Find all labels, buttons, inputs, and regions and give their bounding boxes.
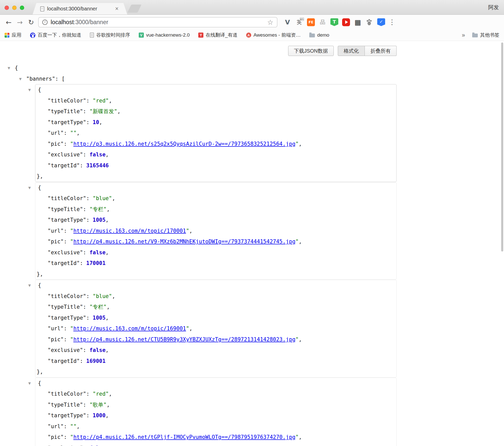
back-button[interactable]: [3, 17, 14, 28]
bookmark-baidu[interactable]: 百度一下，你就知道: [30, 32, 81, 38]
tampermonkey-extension-icon[interactable]: [330, 18, 338, 26]
json-token: :: [86, 119, 93, 125]
json-token: ,: [77, 423, 80, 429]
zoom-window-button[interactable]: [20, 6, 24, 10]
json-token: :: [83, 249, 89, 256]
youtube-extension-icon[interactable]: [342, 18, 350, 26]
bookmark-star-icon[interactable]: [267, 18, 273, 26]
json-token: ,: [106, 249, 109, 256]
banner-object: {"titleColor": "red","typeTitle": "新碟首发"…: [35, 84, 397, 182]
json-token: ": [296, 434, 299, 440]
json-line: "pic": "http://p4.music.126.net/CTU5B9R9…: [35, 334, 396, 345]
bookmark-demo[interactable]: demo: [309, 32, 329, 38]
vimium-extension-icon[interactable]: [284, 18, 291, 26]
json-link[interactable]: http://music.163.com/m/topic/170001: [73, 228, 186, 234]
paw-extension-icon[interactable]: [366, 18, 373, 26]
fe-helper-extension-icon[interactable]: [307, 18, 315, 26]
bookmark-awesomes[interactable]: Awesomes - 前端资…: [246, 32, 301, 38]
collapse-arrow-icon[interactable]: [8, 63, 10, 74]
json-token: false: [89, 249, 105, 256]
json-token: :: [64, 434, 70, 440]
minimize-window-button[interactable]: [12, 6, 17, 10]
translate-extension-icon[interactable]: [295, 18, 303, 26]
json-token: :: [64, 141, 70, 147]
security-extension-icon[interactable]: [377, 18, 385, 26]
collapse-arrow-icon[interactable]: [28, 183, 31, 194]
json-token: "exclusive": [48, 347, 83, 353]
json-token: "": [70, 423, 77, 429]
json-token: "targetId": [48, 358, 80, 364]
json-token: ,: [299, 336, 302, 343]
download-json-button[interactable]: 下载JSON数据: [288, 46, 334, 56]
json-token: ": [70, 239, 74, 245]
profile-name[interactable]: 阿发: [488, 4, 499, 11]
browser-tab[interactable]: localhost:3000/banner: [33, 3, 127, 14]
json-token: 3165446: [86, 162, 109, 169]
bookmark-google-sort[interactable]: 谷歌按时间排序: [90, 32, 130, 38]
json-link[interactable]: http://p4.music.126.net/CTU5B9R9y3XyYBZX…: [73, 336, 295, 343]
json-link[interactable]: http://music.163.com/m/topic/169001: [73, 325, 186, 332]
new-tab-button[interactable]: [127, 5, 142, 13]
bookmark-vue-hackernews[interactable]: vue-hackernews-2.0: [139, 32, 190, 38]
json-token: :: [83, 304, 89, 310]
json-token: {: [15, 65, 18, 71]
json-token: :: [83, 206, 89, 212]
json-token: ,: [106, 412, 109, 419]
collapse-arrow-icon[interactable]: [28, 378, 31, 389]
collapse-arrow-icon[interactable]: [28, 85, 31, 96]
json-token: "exclusive": [48, 249, 83, 256]
bookmark-other-bookmarks[interactable]: 其他书签: [472, 32, 499, 38]
json-line: "typeTitle": "歌单",: [35, 399, 396, 410]
json-line: "banners": [: [26, 73, 504, 84]
reload-button[interactable]: [25, 17, 37, 28]
qrcode-extension-icon[interactable]: [354, 18, 362, 26]
folder-icon: [309, 34, 315, 37]
json-token: "blue": [93, 195, 112, 201]
browser-toolbar: localhost:3000/banner: [0, 15, 504, 29]
json-line: "typeTitle": "专栏",: [35, 302, 396, 313]
bookmark-youdao-translate[interactable]: 在线翻译_有道: [198, 32, 237, 38]
json-token: ,: [109, 98, 112, 104]
collapse-arrow-icon[interactable]: [19, 74, 22, 85]
chrome-menu-icon[interactable]: [388, 18, 396, 26]
json-token: "pic": [48, 336, 64, 343]
bookmark-label: demo: [317, 32, 329, 38]
json-token: false: [89, 347, 105, 353]
org-extension-icon[interactable]: [319, 18, 327, 26]
scrollbar[interactable]: [501, 42, 503, 251]
json-token: :: [86, 195, 93, 201]
collapse-all-button[interactable]: 折叠所有: [365, 46, 397, 56]
json-token: "pic": [48, 239, 64, 245]
json-token: ": [296, 141, 299, 147]
json-token: :: [86, 98, 93, 104]
format-button[interactable]: 格式化: [338, 46, 365, 56]
bookmarks-overflow-chevron[interactable]: »: [462, 32, 465, 39]
json-token: 169001: [86, 358, 106, 364]
json-token: :: [64, 325, 70, 332]
json-link[interactable]: http://p4.music.126.net/V9-MXz6b2MNhEKju…: [73, 239, 295, 245]
banner-object: {"titleColor": "blue","typeTitle": "专栏",…: [35, 280, 397, 378]
site-info-icon[interactable]: [42, 20, 48, 25]
url-text[interactable]: localhost:3000/banner: [51, 19, 264, 26]
collapse-arrow-icon[interactable]: [28, 280, 31, 291]
traffic-lights: [5, 6, 24, 10]
json-line: "targetId": 170001: [35, 258, 396, 269]
json-link[interactable]: http://p3.music.126.net/s25q2x5QyqsAzilC…: [73, 141, 295, 147]
json-token: ,: [106, 347, 109, 353]
forward-button[interactable]: [14, 17, 25, 28]
bookmark-label: 应用: [12, 32, 21, 38]
tab-close-icon[interactable]: [114, 6, 120, 12]
bookmark-label: vue-hackernews-2.0: [146, 32, 190, 38]
json-line: "targetType": 1000,: [35, 410, 396, 421]
tab-title: localhost:3000/banner: [47, 6, 111, 12]
bookmark-apps[interactable]: 应用: [5, 32, 21, 38]
bookmark-label: 其他书签: [480, 32, 499, 38]
json-line: "titleColor": "red",: [35, 95, 396, 106]
json-token: ,: [107, 304, 110, 310]
json-token: ": [70, 325, 74, 332]
json-token: "歌单": [89, 402, 106, 408]
json-token: :: [83, 402, 89, 408]
close-window-button[interactable]: [5, 6, 9, 10]
json-link[interactable]: http://p4.music.126.net/tGPljf-IMOCyPvum…: [73, 434, 295, 440]
address-bar[interactable]: localhost:3000/banner: [38, 17, 277, 27]
